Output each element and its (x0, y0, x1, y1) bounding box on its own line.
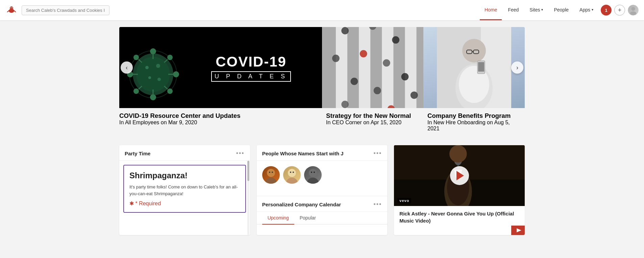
video-play-button[interactable] (450, 166, 469, 185)
svg-point-66 (288, 169, 296, 177)
svg-point-29 (145, 66, 149, 69)
svg-point-13 (150, 48, 156, 54)
svg-point-9 (630, 11, 637, 15)
calendar-section: Personalized Company Calendar ••• Upcomi… (257, 196, 388, 225)
benefits-category-link[interactable]: New Hire Onboarding (434, 120, 486, 125)
covid-article-title[interactable]: COVID-19 Resource Center and Updates (119, 112, 315, 120)
site-logo[interactable] (5, 4, 18, 16)
svg-point-44 (383, 59, 390, 67)
svg-point-46 (374, 87, 381, 94)
person-avatar-3[interactable] (304, 166, 322, 184)
svg-point-65 (286, 178, 298, 184)
benefits-article-meta: In New Hire Onboarding on Aug 5, 2021 (427, 120, 521, 132)
svg-point-8 (631, 7, 635, 11)
covid-article-meta: In All Employees on Mar 9, 2020 (119, 120, 315, 126)
notification-badge[interactable]: 1 (601, 5, 612, 16)
search-input[interactable] (22, 5, 109, 15)
party-card: Shrimpaganza! It's party time folks! Com… (123, 165, 246, 213)
people-avatars-row (262, 166, 382, 184)
party-time-header: Party Time ••• (119, 145, 250, 161)
covid-title-line2: U P D A T E S (211, 71, 291, 82)
party-time-widget: Party Time ••• Shrimpaganza! It's party … (119, 145, 250, 235)
nav-feed[interactable]: Feed (503, 0, 523, 20)
svg-point-16 (173, 71, 179, 77)
video-red-bar (511, 226, 525, 235)
main-content: COVID-19 U P D A T E S COVID-19 Resource… (0, 20, 644, 242)
carousel-prev-button[interactable]: ‹ (121, 61, 133, 74)
svg-rect-60 (478, 62, 484, 72)
main-nav: Home Feed Sites ▾ People Apps ▾ (480, 0, 598, 20)
covid-image[interactable]: COVID-19 U P D A T E S (119, 27, 322, 108)
svg-point-50 (411, 92, 418, 99)
tab-popular[interactable]: Popular (294, 212, 321, 225)
svg-point-7 (12, 7, 13, 8)
svg-point-14 (150, 94, 156, 100)
svg-marker-82 (517, 228, 521, 232)
video-title[interactable]: Rick Astley - Never Gonna Give You Up (O… (399, 210, 519, 224)
strategy-category-link[interactable]: CEO Corner (332, 120, 362, 125)
covid-category-link[interactable]: All Employees (125, 120, 159, 125)
svg-point-48 (341, 101, 349, 108)
svg-point-32 (157, 78, 161, 81)
header-actions: 1 + (601, 5, 639, 16)
user-avatar[interactable] (628, 5, 639, 16)
people-j-menu-button[interactable]: ••• (373, 150, 382, 157)
nav-people[interactable]: People (549, 0, 573, 20)
svg-point-64 (272, 172, 273, 173)
person-avatar-1[interactable] (262, 166, 280, 184)
svg-point-6 (10, 7, 11, 8)
widgets-row: Party Time ••• Shrimpaganza! It's party … (113, 145, 531, 235)
svg-point-20 (167, 88, 173, 94)
video-thumbnail[interactable]: vevo (394, 145, 525, 206)
svg-point-78 (449, 145, 467, 162)
svg-point-71 (311, 172, 312, 173)
nav-home[interactable]: Home (480, 0, 502, 20)
benefits-info: Company Benefits Program In New Hire Onb… (423, 108, 525, 137)
svg-point-47 (401, 73, 409, 80)
chevron-down-icon: ▾ (592, 8, 593, 11)
benefits-article-title[interactable]: Company Benefits Program (427, 112, 521, 120)
svg-point-41 (392, 36, 399, 44)
add-button[interactable]: + (614, 5, 625, 16)
carousel-item-covid: COVID-19 U P D A T E S COVID-19 Resource… (119, 27, 322, 137)
video-widget: vevo Rick Astley - Never Gonna Give You … (394, 145, 525, 235)
svg-point-19 (167, 55, 173, 60)
party-time-body: Shrimpaganza! It's party time folks! Com… (119, 161, 250, 235)
people-j-body (257, 161, 388, 189)
calendar-title: Personalized Company Calendar (262, 202, 341, 207)
svg-point-63 (269, 172, 270, 173)
carousel-item-benefits: Company Benefits Program In New Hire Onb… (423, 27, 525, 137)
people-j-header: People Whose Names Start with J ••• (257, 145, 388, 161)
people-j-widget: People Whose Names Start with J ••• (257, 145, 388, 235)
benefits-image[interactable] (423, 27, 525, 108)
covid-info: COVID-19 Resource Center and Updates In … (119, 108, 322, 131)
tab-upcoming[interactable]: Upcoming (262, 212, 294, 225)
person-avatar-2[interactable] (283, 166, 301, 184)
scroll-thumb[interactable] (247, 161, 249, 181)
svg-point-45 (351, 78, 358, 85)
calendar-header: Personalized Company Calendar ••• (257, 196, 388, 212)
strategy-article-title[interactable]: Strategy for the New Normal (326, 112, 419, 120)
vevo-badge: vevo (397, 198, 411, 203)
carousel-item-strategy: Strategy for the New Normal In CEO Corne… (322, 27, 423, 137)
svg-point-53 (462, 39, 486, 62)
party-time-menu-button[interactable]: ••• (236, 150, 245, 157)
strategy-image[interactable] (322, 27, 423, 108)
party-card-body: It's party time folks! Come on down to C… (129, 184, 240, 197)
svg-point-18 (133, 88, 139, 94)
svg-point-42 (332, 55, 340, 62)
calendar-tabs: Upcoming Popular (257, 212, 388, 225)
calendar-menu-button[interactable]: ••• (373, 201, 382, 208)
carousel-next-button[interactable]: › (511, 61, 523, 74)
svg-point-67 (290, 172, 291, 173)
party-required-label: ✱ * Required (129, 200, 240, 207)
svg-point-31 (148, 76, 151, 79)
svg-point-69 (307, 178, 319, 184)
svg-point-72 (314, 172, 315, 173)
nav-sites[interactable]: Sites ▾ (525, 0, 548, 20)
covid-title-line1: COVID-19 (211, 54, 291, 70)
svg-point-43 (360, 50, 367, 57)
nav-apps[interactable]: Apps ▾ (575, 0, 598, 20)
svg-point-61 (265, 178, 277, 184)
video-info: Rick Astley - Never Gonna Give You Up (O… (394, 206, 525, 227)
